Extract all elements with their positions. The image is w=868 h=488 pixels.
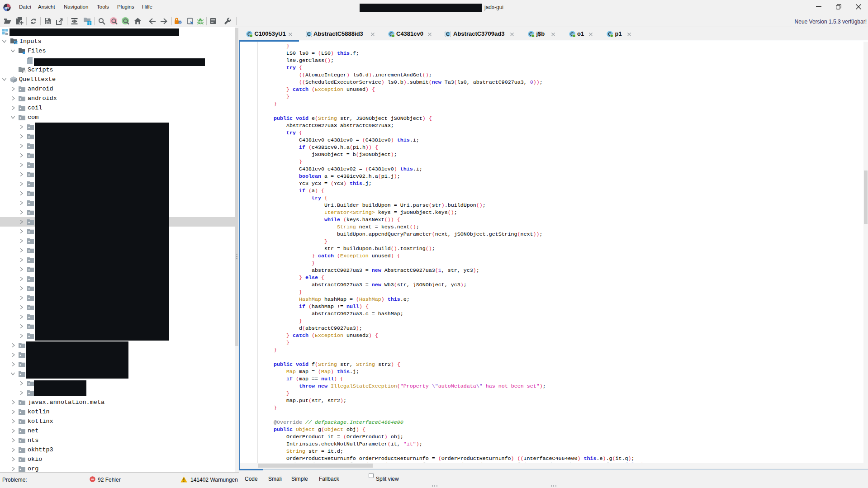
svg-text:dx: dx: [5, 6, 9, 10]
